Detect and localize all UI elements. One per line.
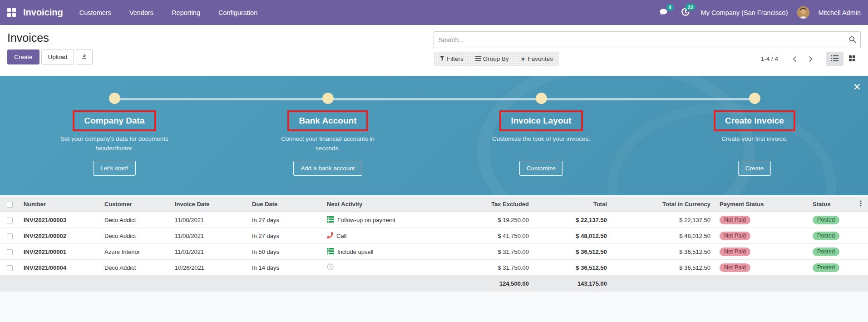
filter-funnel-icon [440, 55, 444, 62]
activity-label: Include upsell [337, 248, 374, 255]
select-all-checkbox[interactable] [7, 202, 13, 208]
cell-tax-excluded: $ 31,750.00 [449, 244, 533, 260]
onboarding-steps: Company DataSet your company's data for … [0, 76, 868, 176]
phone-icon[interactable] [327, 232, 333, 240]
tasks-icon[interactable] [327, 248, 334, 256]
cell-tax-excluded: $ 31,750.00 [449, 260, 533, 276]
apps-menu-icon[interactable] [7, 8, 16, 17]
annotation-red-box: Create Invoice [714, 110, 795, 131]
step-subtitle: Set your company's data for documents he… [55, 134, 174, 161]
column-header-next-activity[interactable]: Next Activity [322, 197, 449, 212]
annotation-red-box: Invoice Layout [499, 110, 582, 131]
tasks-icon[interactable] [327, 216, 334, 224]
user-menu[interactable]: Mitchell Admin [819, 9, 861, 16]
step-action-button[interactable]: Add a bank account [293, 161, 362, 176]
table-row[interactable]: INV/2021/00001Azure Interior11/01/2021In… [0, 244, 868, 260]
step-dot-icon [322, 93, 334, 104]
onboarding-step: Bank AccountConnect your financial accou… [221, 93, 434, 176]
column-header-customer[interactable]: Customer [100, 197, 170, 212]
cell-customer: Deco Addict [100, 212, 170, 228]
cell-customer: Deco Addict [100, 260, 170, 276]
messages-button[interactable]: 4 [657, 6, 670, 20]
control-panel: Invoices Create Upload [0, 25, 868, 76]
cell-payment-status: Not Paid [715, 228, 808, 244]
column-header-number[interactable]: Number [19, 197, 100, 212]
row-checkbox[interactable] [7, 233, 13, 239]
onboarding-banner: Company DataSet your company's data for … [0, 76, 868, 195]
group-by-button[interactable]: Group By [475, 55, 509, 62]
user-avatar[interactable] [797, 6, 809, 19]
step-title: Invoice Layout [511, 116, 571, 126]
list-view-button[interactable] [826, 52, 843, 66]
page-title: Invoices [7, 31, 434, 45]
cell-number: INV/2021/00002 [19, 228, 100, 244]
cell-payment-status: Not Paid [715, 260, 808, 276]
list-view-icon [831, 55, 838, 63]
cell-invoice-date: 11/08/2021 [170, 212, 247, 228]
activity-label: Follow-up on payment [337, 217, 395, 223]
cell-tax-excluded: $ 19,250.00 [449, 212, 533, 228]
menu-configuration[interactable]: Configuration [217, 6, 258, 19]
step-action-button[interactable]: Customize [519, 161, 563, 176]
cell-invoice-date: 11/08/2021 [170, 228, 247, 244]
clock-icon[interactable] [327, 263, 334, 272]
cell-next-activity: Include upsell [322, 244, 449, 260]
cell-payment-status: Not Paid [715, 212, 808, 228]
cell-status: Posted [808, 212, 853, 228]
cell-total-in-currency: $ 48,012.50 [612, 228, 715, 244]
cell-number: INV/2021/00001 [19, 244, 100, 260]
company-switcher[interactable]: My Company (San Francisco) [701, 9, 788, 16]
step-action-button[interactable]: Let's start! [93, 161, 136, 176]
step-dot-icon [109, 93, 120, 104]
search-icon[interactable] [849, 36, 856, 45]
cell-status: Posted [808, 228, 853, 244]
cell-status: Posted [808, 244, 853, 260]
column-header-total-in-currency[interactable]: Total in Currency [612, 197, 715, 212]
app-name[interactable]: Invoicing [23, 7, 63, 18]
optional-columns-toggle[interactable] [853, 197, 868, 212]
column-header-due-date[interactable]: Due Date [247, 197, 322, 212]
column-header-total[interactable]: Total [533, 197, 612, 212]
create-button[interactable]: Create [7, 50, 39, 64]
row-checkbox[interactable] [7, 249, 13, 255]
annotation-red-box: Company Data [73, 110, 156, 131]
column-header-status[interactable]: Status [808, 197, 853, 212]
cell-total-in-currency: $ 22,137.50 [612, 212, 715, 228]
table-row[interactable]: INV/2021/00004Deco Addict10/26/2021In 14… [0, 260, 868, 276]
pager-next-button[interactable] [805, 54, 816, 64]
totals-row: 124,500.00 143,175.00 [0, 276, 868, 292]
cell-total: $ 22,137.50 [533, 212, 612, 228]
filters-button[interactable]: Filters [440, 55, 464, 62]
menu-customers[interactable]: Customers [79, 6, 112, 19]
onboarding-step: Create InvoiceCreate your first invoice.… [648, 93, 861, 176]
cell-total: $ 36,512.50 [533, 260, 612, 276]
status-badge: Posted [813, 232, 839, 240]
activities-button[interactable]: 22 [679, 5, 692, 20]
step-action-button[interactable]: Create [738, 161, 771, 176]
column-header-payment-status[interactable]: Payment Status [715, 197, 808, 212]
row-checkbox[interactable] [7, 218, 13, 223]
column-header-invoice-date[interactable]: Invoice Date [170, 197, 247, 212]
banner-close-icon[interactable] [853, 81, 862, 93]
download-icon [81, 53, 87, 61]
search-input[interactable] [434, 31, 861, 48]
upload-button[interactable]: Upload [41, 50, 74, 64]
annotation-red-box: Bank Account [287, 110, 368, 131]
column-header-tax-excluded[interactable]: Tax Excluded [449, 197, 533, 212]
menu-vendors[interactable]: Vendors [128, 6, 154, 19]
payment-status-badge: Not Paid [720, 263, 750, 272]
group-by-bars-icon [475, 55, 481, 62]
export-button[interactable] [76, 50, 93, 64]
cell-next-activity: Follow-up on payment [322, 212, 449, 228]
kanban-view-button[interactable] [843, 52, 861, 66]
cell-number: INV/2021/00003 [19, 212, 100, 228]
favorites-button[interactable]: ★ Favorites [521, 55, 553, 62]
pager-range: 1-4 / 4 [761, 55, 778, 62]
pager-previous-button[interactable] [789, 54, 800, 64]
cell-due-date: In 50 days [247, 244, 322, 260]
table-row[interactable]: INV/2021/00003Deco Addict11/08/2021In 27… [0, 212, 868, 228]
menu-reporting[interactable]: Reporting [171, 6, 201, 19]
activity-label: Call [336, 233, 346, 239]
table-row[interactable]: INV/2021/00002Deco Addict11/08/2021In 27… [0, 228, 868, 244]
row-checkbox[interactable] [7, 265, 13, 271]
